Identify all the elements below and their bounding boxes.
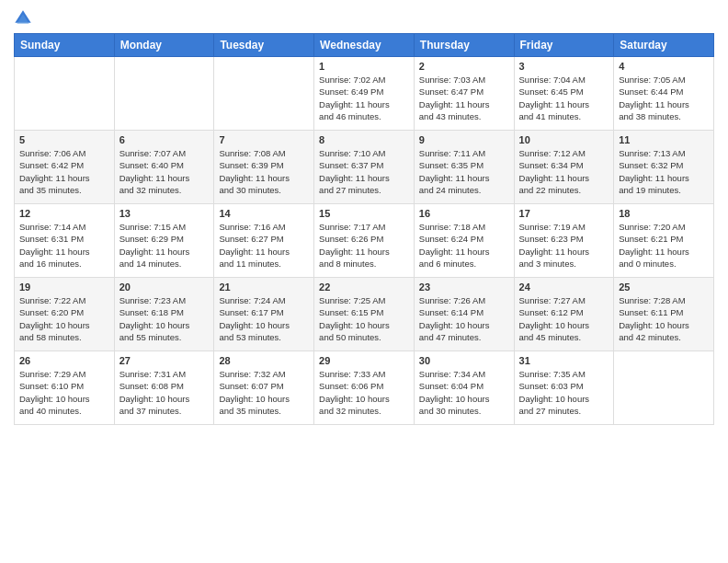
day-number: 29 xyxy=(319,355,409,366)
day-info: Sunrise: 7:33 AM Sunset: 6:06 PM Dayligh… xyxy=(319,368,409,417)
day-info: Sunrise: 7:06 AM Sunset: 6:42 PM Dayligh… xyxy=(19,147,109,196)
day-info: Sunrise: 7:34 AM Sunset: 6:04 PM Dayligh… xyxy=(419,368,509,417)
calendar-cell: 21Sunrise: 7:24 AM Sunset: 6:17 PM Dayli… xyxy=(214,278,314,351)
day-number: 2 xyxy=(419,61,509,72)
calendar-cell xyxy=(214,57,314,131)
calendar-week-row: 19Sunrise: 7:22 AM Sunset: 6:20 PM Dayli… xyxy=(15,278,714,351)
calendar-cell: 11Sunrise: 7:13 AM Sunset: 6:32 PM Dayli… xyxy=(614,131,714,204)
calendar-cell: 30Sunrise: 7:34 AM Sunset: 6:04 PM Dayli… xyxy=(414,351,514,425)
calendar-table: SundayMondayTuesdayWednesdayThursdayFrid… xyxy=(14,33,714,425)
day-info: Sunrise: 7:35 AM Sunset: 6:03 PM Dayligh… xyxy=(519,368,609,417)
weekday-header: Wednesday xyxy=(314,34,415,57)
day-info: Sunrise: 7:07 AM Sunset: 6:40 PM Dayligh… xyxy=(119,147,210,196)
calendar-cell xyxy=(114,57,214,131)
day-info: Sunrise: 7:24 AM Sunset: 6:17 PM Dayligh… xyxy=(219,294,309,343)
day-number: 12 xyxy=(19,208,109,219)
calendar-cell: 23Sunrise: 7:26 AM Sunset: 6:14 PM Dayli… xyxy=(414,278,514,351)
calendar-cell xyxy=(614,351,714,425)
calendar-cell: 31Sunrise: 7:35 AM Sunset: 6:03 PM Dayli… xyxy=(514,351,614,425)
day-info: Sunrise: 7:15 AM Sunset: 6:29 PM Dayligh… xyxy=(119,221,210,270)
weekday-header: Tuesday xyxy=(214,34,314,57)
day-number: 4 xyxy=(619,61,709,72)
day-info: Sunrise: 7:12 AM Sunset: 6:34 PM Dayligh… xyxy=(519,147,609,196)
calendar-week-row: 1Sunrise: 7:02 AM Sunset: 6:49 PM Daylig… xyxy=(15,57,714,131)
day-info: Sunrise: 7:23 AM Sunset: 6:18 PM Dayligh… xyxy=(119,294,210,343)
calendar-cell: 27Sunrise: 7:31 AM Sunset: 6:08 PM Dayli… xyxy=(114,351,214,425)
calendar-cell: 3Sunrise: 7:04 AM Sunset: 6:45 PM Daylig… xyxy=(514,57,614,131)
calendar-cell: 15Sunrise: 7:17 AM Sunset: 6:26 PM Dayli… xyxy=(314,204,415,278)
logo xyxy=(14,9,36,28)
day-info: Sunrise: 7:16 AM Sunset: 6:27 PM Dayligh… xyxy=(219,221,309,270)
day-info: Sunrise: 7:25 AM Sunset: 6:15 PM Dayligh… xyxy=(319,294,409,343)
calendar-cell: 6Sunrise: 7:07 AM Sunset: 6:40 PM Daylig… xyxy=(114,131,214,204)
calendar-cell: 19Sunrise: 7:22 AM Sunset: 6:20 PM Dayli… xyxy=(15,278,115,351)
day-info: Sunrise: 7:19 AM Sunset: 6:23 PM Dayligh… xyxy=(519,221,609,270)
calendar-cell xyxy=(15,57,115,131)
logo-icon xyxy=(14,9,32,28)
calendar-cell: 26Sunrise: 7:29 AM Sunset: 6:10 PM Dayli… xyxy=(15,351,115,425)
calendar-cell: 8Sunrise: 7:10 AM Sunset: 6:37 PM Daylig… xyxy=(314,131,415,204)
day-number: 13 xyxy=(119,208,210,219)
day-number: 21 xyxy=(219,282,309,293)
day-info: Sunrise: 7:03 AM Sunset: 6:47 PM Dayligh… xyxy=(419,74,509,122)
calendar-cell: 5Sunrise: 7:06 AM Sunset: 6:42 PM Daylig… xyxy=(15,131,115,204)
weekday-header: Friday xyxy=(514,34,614,57)
day-number: 11 xyxy=(619,134,709,145)
calendar-cell: 12Sunrise: 7:14 AM Sunset: 6:31 PM Dayli… xyxy=(15,204,115,278)
calendar-cell: 2Sunrise: 7:03 AM Sunset: 6:47 PM Daylig… xyxy=(414,57,514,131)
day-number: 20 xyxy=(119,282,210,293)
calendar-cell: 18Sunrise: 7:20 AM Sunset: 6:21 PM Dayli… xyxy=(614,204,714,278)
weekday-header: Monday xyxy=(114,34,214,57)
day-number: 18 xyxy=(619,208,709,219)
day-number: 23 xyxy=(419,282,509,293)
day-number: 17 xyxy=(519,208,609,219)
day-number: 31 xyxy=(519,355,609,366)
day-number: 5 xyxy=(19,134,109,145)
weekday-header: Saturday xyxy=(614,34,714,57)
day-info: Sunrise: 7:02 AM Sunset: 6:49 PM Dayligh… xyxy=(319,74,409,122)
day-info: Sunrise: 7:31 AM Sunset: 6:08 PM Dayligh… xyxy=(119,368,210,417)
day-info: Sunrise: 7:04 AM Sunset: 6:45 PM Dayligh… xyxy=(519,74,609,122)
weekday-header: Thursday xyxy=(414,34,514,57)
day-number: 1 xyxy=(319,61,409,72)
day-info: Sunrise: 7:05 AM Sunset: 6:44 PM Dayligh… xyxy=(619,74,709,122)
calendar-cell: 1Sunrise: 7:02 AM Sunset: 6:49 PM Daylig… xyxy=(314,57,415,131)
header xyxy=(14,9,714,28)
day-number: 26 xyxy=(19,355,109,366)
day-number: 24 xyxy=(519,282,609,293)
calendar-cell: 20Sunrise: 7:23 AM Sunset: 6:18 PM Dayli… xyxy=(114,278,214,351)
day-info: Sunrise: 7:28 AM Sunset: 6:11 PM Dayligh… xyxy=(619,294,709,343)
calendar-week-row: 12Sunrise: 7:14 AM Sunset: 6:31 PM Dayli… xyxy=(15,204,714,278)
weekday-header-row: SundayMondayTuesdayWednesdayThursdayFrid… xyxy=(15,34,714,57)
day-info: Sunrise: 7:18 AM Sunset: 6:24 PM Dayligh… xyxy=(419,221,509,270)
weekday-header: Sunday xyxy=(15,34,115,57)
calendar-cell: 22Sunrise: 7:25 AM Sunset: 6:15 PM Dayli… xyxy=(314,278,415,351)
calendar-cell: 24Sunrise: 7:27 AM Sunset: 6:12 PM Dayli… xyxy=(514,278,614,351)
day-info: Sunrise: 7:26 AM Sunset: 6:14 PM Dayligh… xyxy=(419,294,509,343)
day-info: Sunrise: 7:10 AM Sunset: 6:37 PM Dayligh… xyxy=(319,147,409,196)
day-number: 16 xyxy=(419,208,509,219)
calendar-cell: 17Sunrise: 7:19 AM Sunset: 6:23 PM Dayli… xyxy=(514,204,614,278)
day-number: 9 xyxy=(419,134,509,145)
day-number: 25 xyxy=(619,282,709,293)
page: SundayMondayTuesdayWednesdayThursdayFrid… xyxy=(0,0,728,563)
day-number: 30 xyxy=(419,355,509,366)
day-number: 15 xyxy=(319,208,409,219)
day-info: Sunrise: 7:32 AM Sunset: 6:07 PM Dayligh… xyxy=(219,368,309,417)
day-number: 10 xyxy=(519,134,609,145)
day-number: 8 xyxy=(319,134,409,145)
day-info: Sunrise: 7:27 AM Sunset: 6:12 PM Dayligh… xyxy=(519,294,609,343)
calendar-cell: 16Sunrise: 7:18 AM Sunset: 6:24 PM Dayli… xyxy=(414,204,514,278)
calendar-cell: 25Sunrise: 7:28 AM Sunset: 6:11 PM Dayli… xyxy=(614,278,714,351)
calendar-cell: 7Sunrise: 7:08 AM Sunset: 6:39 PM Daylig… xyxy=(214,131,314,204)
calendar-week-row: 5Sunrise: 7:06 AM Sunset: 6:42 PM Daylig… xyxy=(15,131,714,204)
day-number: 3 xyxy=(519,61,609,72)
day-number: 22 xyxy=(319,282,409,293)
day-info: Sunrise: 7:11 AM Sunset: 6:35 PM Dayligh… xyxy=(419,147,509,196)
day-info: Sunrise: 7:08 AM Sunset: 6:39 PM Dayligh… xyxy=(219,147,309,196)
day-info: Sunrise: 7:13 AM Sunset: 6:32 PM Dayligh… xyxy=(619,147,709,196)
calendar-cell: 9Sunrise: 7:11 AM Sunset: 6:35 PM Daylig… xyxy=(414,131,514,204)
day-number: 14 xyxy=(219,208,309,219)
day-info: Sunrise: 7:22 AM Sunset: 6:20 PM Dayligh… xyxy=(19,294,109,343)
calendar-cell: 4Sunrise: 7:05 AM Sunset: 6:44 PM Daylig… xyxy=(614,57,714,131)
